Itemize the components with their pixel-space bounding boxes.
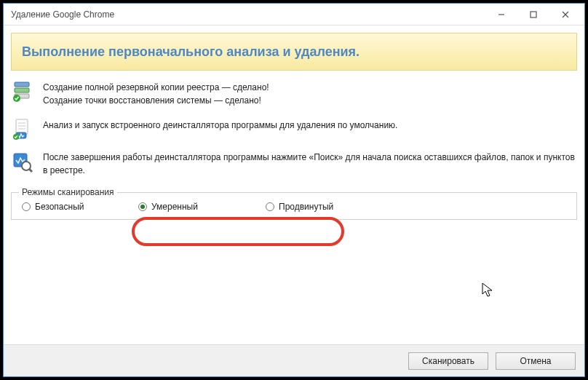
svg-rect-8 bbox=[16, 119, 28, 134]
analyze-label: Анализ и запуск встроенного деинсталлято… bbox=[43, 117, 577, 132]
cancel-button-label: Отмена bbox=[520, 356, 551, 366]
wizard-title: Выполнение первоначального анализа и уда… bbox=[22, 44, 359, 60]
highlight-annotation bbox=[132, 217, 344, 246]
radio-moderate[interactable]: Умеренный bbox=[138, 202, 266, 212]
restore-point-label: Создание точки восстановления системы — … bbox=[43, 94, 577, 107]
after-uninstall-label: После завершения работы деинсталлятора п… bbox=[43, 151, 577, 177]
dialog-window: Удаление Google Chrome Выполнение первон… bbox=[3, 3, 585, 377]
scan-button-label: Сканировать bbox=[422, 356, 474, 366]
scan-button[interactable]: Сканировать bbox=[408, 352, 488, 370]
step-backup-text: Создание полной резервной копии реестра … bbox=[43, 79, 577, 107]
search-registry-icon bbox=[11, 151, 34, 174]
server-check-icon bbox=[11, 79, 34, 103]
step-backup: Создание полной резервной копии реестра … bbox=[11, 79, 577, 107]
footer-bar: Сканировать Отмена bbox=[4, 344, 584, 376]
radio-moderate-button bbox=[138, 202, 147, 211]
radio-advanced[interactable]: Продвинутый bbox=[266, 202, 333, 212]
scan-modes-legend: Режимы сканирования bbox=[19, 187, 117, 197]
svg-rect-5 bbox=[15, 88, 29, 92]
radio-moderate-label: Умеренный bbox=[151, 202, 198, 212]
step-analyze: Анализ и запуск встроенного деинсталлято… bbox=[11, 117, 577, 140]
svg-rect-1 bbox=[531, 12, 536, 17]
backup-registry-label: Создание полной резервной копии реестра … bbox=[43, 81, 577, 94]
step-after: После завершения работы деинсталлятора п… bbox=[11, 151, 577, 177]
svg-rect-4 bbox=[15, 82, 29, 87]
scan-modes-group: Режимы сканирования Безопасный Умеренный… bbox=[11, 187, 577, 220]
document-analyze-icon bbox=[11, 117, 34, 140]
window-title: Удаление Google Chrome bbox=[11, 9, 485, 20]
maximize-button[interactable] bbox=[517, 4, 549, 25]
radio-safe-button bbox=[22, 202, 31, 211]
close-button[interactable] bbox=[549, 4, 581, 25]
titlebar: Удаление Google Chrome bbox=[4, 4, 584, 25]
content-area: Создание полной резервной копии реестра … bbox=[4, 75, 584, 344]
radio-safe[interactable]: Безопасный bbox=[22, 202, 131, 212]
svg-line-16 bbox=[29, 169, 32, 172]
radio-advanced-button bbox=[266, 202, 274, 211]
scan-modes-radios: Безопасный Умеренный Продвинутый bbox=[19, 202, 569, 212]
minimize-button[interactable] bbox=[485, 4, 517, 25]
radio-advanced-label: Продвинутый bbox=[279, 202, 333, 212]
wizard-header: Выполнение первоначального анализа и уда… bbox=[11, 33, 577, 71]
cancel-button[interactable]: Отмена bbox=[496, 352, 576, 370]
radio-safe-label: Безопасный bbox=[35, 202, 84, 212]
